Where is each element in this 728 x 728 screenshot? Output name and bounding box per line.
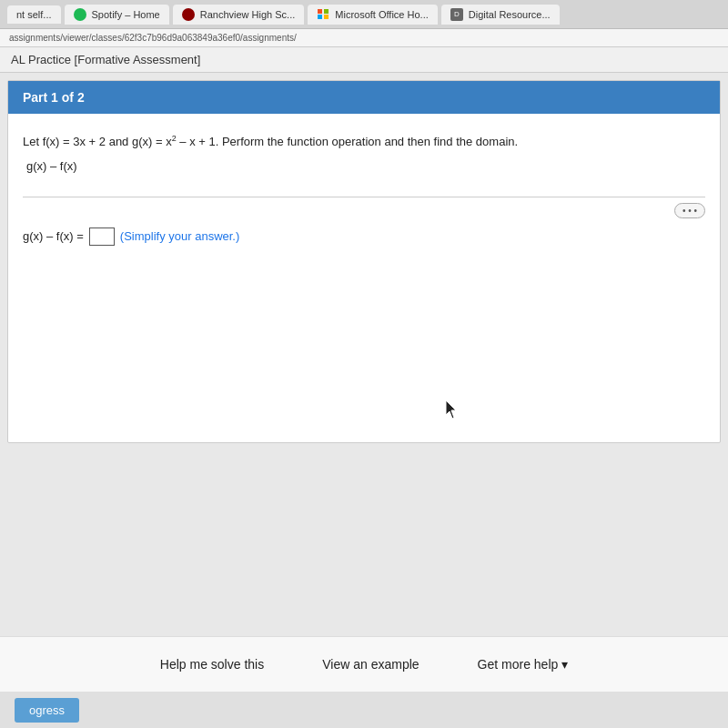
superscript: 2 bbox=[172, 134, 177, 143]
blank-space bbox=[8, 260, 720, 442]
question-area: Let f(x) = 3x + 2 and g(x) = x2 – x + 1.… bbox=[8, 114, 720, 186]
view-example-button[interactable]: View an example bbox=[311, 650, 430, 679]
page-title-bar: AL Practice [Formative Assessment] bbox=[0, 47, 728, 73]
problem-text-1: Let f(x) = 3x + 2 and g(x) = x2 – x + 1.… bbox=[23, 135, 518, 148]
get-more-help-button[interactable]: Get more help ▾ bbox=[467, 650, 580, 679]
tab-spotify[interactable]: Spotify – Home bbox=[65, 5, 169, 25]
expand-area: • • • bbox=[8, 197, 720, 218]
url-text: assignments/viewer/classes/62f3c7b96d9a0… bbox=[9, 33, 297, 43]
digital-favicon-icon: D bbox=[450, 8, 463, 21]
tab-digital[interactable]: D Digital Resource... bbox=[441, 5, 560, 25]
url-bar[interactable]: assignments/viewer/classes/62f3c7b96d9a0… bbox=[0, 29, 728, 47]
tab-ranchview-label: Ranchview High Sc... bbox=[200, 9, 296, 20]
help-solve-button[interactable]: Help me solve this bbox=[149, 650, 275, 679]
answer-input-box[interactable] bbox=[89, 228, 115, 246]
bottom-progress-bar: ogress bbox=[0, 692, 728, 728]
spotify-favicon-icon bbox=[74, 8, 86, 21]
part-label: Part 1 of 2 bbox=[23, 90, 85, 105]
tab-msoffice-label: Microsoft Office Ho... bbox=[335, 9, 429, 20]
simplify-hint: (Simplify your answer.) bbox=[120, 229, 239, 243]
ranchview-favicon-icon bbox=[182, 8, 195, 21]
main-content: Part 1 of 2 Let f(x) = 3x + 2 and g(x) =… bbox=[7, 80, 721, 443]
answer-area: g(x) – f(x) = (Simplify your answer.) bbox=[8, 218, 720, 260]
progress-button[interactable]: ogress bbox=[15, 698, 79, 723]
question-text: Let f(x) = 3x + 2 and g(x) = x2 – x + 1.… bbox=[23, 132, 705, 152]
bottom-toolbar: Help me solve this View an example Get m… bbox=[0, 636, 728, 692]
tab-ranchview[interactable]: Ranchview High Sc... bbox=[173, 5, 305, 25]
tab-self-label: nt self... bbox=[16, 9, 52, 20]
tab-digital-label: Digital Resource... bbox=[469, 9, 551, 20]
tab-msoffice[interactable]: Microsoft Office Ho... bbox=[308, 5, 438, 25]
page-title: AL Practice [Formative Assessment] bbox=[11, 53, 200, 66]
tab-spotify-label: Spotify – Home bbox=[92, 9, 160, 20]
browser-tabs: nt self... Spotify – Home Ranchview High… bbox=[0, 0, 728, 29]
tab-self[interactable]: nt self... bbox=[7, 5, 61, 24]
sub-question: g(x) – f(x) bbox=[26, 157, 705, 177]
part-header: Part 1 of 2 bbox=[8, 81, 720, 114]
msoffice-favicon-icon bbox=[317, 8, 329, 21]
expand-button[interactable]: • • • bbox=[674, 203, 705, 218]
answer-label: g(x) – f(x) = bbox=[23, 229, 84, 243]
